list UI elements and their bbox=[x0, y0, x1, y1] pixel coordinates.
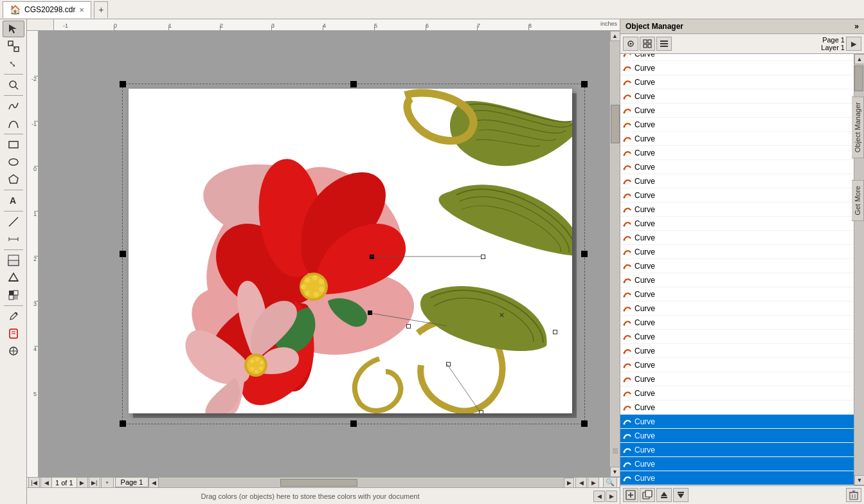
canvas-area[interactable]: ✕ bbox=[39, 31, 609, 477]
tree-item[interactable]: Curve bbox=[620, 61, 854, 75]
tree-item[interactable]: Curve bbox=[620, 104, 854, 118]
panel-expand-icon[interactable]: » bbox=[854, 22, 859, 31]
scroll-track-vertical[interactable] bbox=[611, 41, 620, 467]
panel-scroll-up[interactable]: ▲ bbox=[854, 54, 864, 64]
scroll-down-button[interactable]: ▼ bbox=[610, 467, 620, 477]
handle-middle-right[interactable] bbox=[581, 251, 588, 257]
tree-item[interactable]: Curve bbox=[620, 344, 854, 358]
tree-item[interactable]: Curve bbox=[620, 146, 854, 160]
text-tool[interactable]: A bbox=[3, 192, 24, 209]
tree-item[interactable]: Curve bbox=[620, 302, 854, 316]
tree-item[interactable]: Curve bbox=[620, 245, 854, 259]
tree-item[interactable]: Curve bbox=[620, 203, 854, 217]
tree-item[interactable]: Curve bbox=[620, 273, 854, 287]
tree-item[interactable]: Curve bbox=[620, 330, 854, 344]
tree-item[interactable]: Curve bbox=[620, 316, 854, 330]
zoom-tool[interactable] bbox=[3, 76, 24, 93]
tree-item[interactable]: Curve bbox=[620, 160, 854, 174]
tree-item[interactable]: Curve bbox=[620, 443, 854, 457]
tree-item[interactable]: Curve bbox=[620, 231, 854, 245]
ellipse-tool[interactable] bbox=[3, 154, 24, 170]
new-object-button[interactable] bbox=[623, 488, 638, 502]
handle-bottom-right[interactable] bbox=[581, 420, 588, 427]
scroll-thumb-vertical[interactable] bbox=[611, 105, 620, 143]
scroll-right-button[interactable]: ▶ bbox=[564, 478, 574, 488]
eyedropper-tool[interactable] bbox=[3, 308, 24, 325]
handle-top-middle[interactable] bbox=[350, 81, 357, 87]
handle-bottom-left[interactable] bbox=[120, 420, 126, 427]
prev-page-button[interactable]: ◀ bbox=[40, 477, 52, 489]
layer-visibility-button[interactable] bbox=[623, 37, 638, 51]
bottom-icon[interactable] bbox=[3, 343, 24, 359]
duplicate-object-button[interactable] bbox=[640, 488, 655, 502]
object-manager-side-tab[interactable]: Object Manager bbox=[852, 96, 864, 158]
horizontal-scrollbar[interactable]: ◀ ▶ bbox=[148, 477, 574, 487]
dropper-tool[interactable] bbox=[3, 252, 24, 269]
layer-options-button[interactable] bbox=[656, 37, 672, 51]
page-tab[interactable]: Page 1 bbox=[115, 477, 149, 487]
vertical-scrollbar[interactable]: ▲ ▼ bbox=[609, 31, 620, 477]
tree-label: Curve bbox=[634, 219, 655, 228]
add-page-button[interactable]: + bbox=[101, 477, 114, 489]
tab-close-button[interactable]: ✕ bbox=[79, 6, 84, 14]
layer-edit-button[interactable] bbox=[640, 37, 655, 51]
scroll-up-button[interactable]: ▲ bbox=[610, 31, 620, 41]
handle-top-left[interactable] bbox=[120, 81, 126, 87]
get-more-side-tab[interactable]: Get More bbox=[852, 180, 864, 221]
curve-draw-tool[interactable] bbox=[3, 115, 24, 132]
tree-item[interactable]: Curve bbox=[620, 188, 854, 203]
rectangle-tool[interactable] bbox=[3, 136, 24, 153]
handle-middle-left[interactable] bbox=[120, 251, 126, 257]
scroll-left-button[interactable]: ◀ bbox=[148, 478, 159, 488]
next-page-button[interactable]: ▶ bbox=[76, 477, 88, 489]
last-page-button[interactable]: ▶| bbox=[89, 477, 100, 489]
panel-scroll-thumb[interactable] bbox=[854, 66, 863, 91]
panel-scroll-down[interactable]: ▼ bbox=[854, 475, 864, 485]
curve-icon bbox=[623, 148, 632, 158]
select-tool[interactable] bbox=[3, 21, 24, 37]
tree-item[interactable]: Curve bbox=[620, 401, 854, 415]
tree-item[interactable]: Curve bbox=[620, 89, 854, 104]
nav-left-button[interactable]: ◀ bbox=[575, 477, 587, 489]
panel-arrow-button[interactable]: ▶ bbox=[846, 37, 861, 51]
tree-item[interactable]: Curve bbox=[620, 174, 854, 188]
smart-fill-tool[interactable] bbox=[3, 287, 24, 303]
tree-item[interactable]: Curve bbox=[620, 457, 854, 471]
dimension-tool[interactable] bbox=[3, 231, 24, 248]
line-tool[interactable] bbox=[3, 213, 24, 230]
move-down-button[interactable] bbox=[673, 488, 688, 502]
freehand-tool[interactable] bbox=[3, 98, 24, 114]
handle-top-right[interactable] bbox=[581, 81, 588, 87]
tree-item[interactable]: Curve bbox=[620, 415, 854, 429]
nav-right-button[interactable]: ▶ bbox=[588, 477, 599, 489]
fill-tool[interactable] bbox=[3, 269, 24, 286]
zoom-button[interactable]: 🔍 bbox=[603, 477, 617, 489]
tree-item[interactable]: Curve bbox=[620, 372, 854, 386]
tree-item[interactable]: Curve bbox=[620, 386, 854, 401]
prev-arrow[interactable]: ◀ bbox=[593, 491, 605, 502]
first-page-button[interactable]: |◀ bbox=[28, 477, 40, 489]
tree-item[interactable]: Curve bbox=[620, 287, 854, 302]
tree-item[interactable]: Curve bbox=[620, 132, 854, 146]
tree-item[interactable]: Curve bbox=[620, 54, 854, 61]
scroll-track-horizontal[interactable] bbox=[159, 478, 564, 487]
move-up-button[interactable] bbox=[656, 488, 672, 502]
tree-item[interactable]: Curve bbox=[620, 75, 854, 89]
delete-object-button[interactable] bbox=[846, 488, 861, 502]
tree-item[interactable]: Curve bbox=[620, 358, 854, 372]
tree-label: Curve bbox=[634, 290, 655, 299]
transform-tool[interactable]: ⤡ bbox=[3, 55, 24, 72]
tree-item[interactable]: Curve bbox=[620, 429, 854, 443]
tree-item[interactable]: Curve bbox=[620, 259, 854, 273]
polygon-tool[interactable] bbox=[3, 171, 24, 188]
next-arrow[interactable]: ▶ bbox=[606, 491, 617, 502]
add-tab-button[interactable]: + bbox=[94, 1, 108, 18]
file-tab[interactable]: 🏠 CGS20298.cdr ✕ bbox=[3, 1, 91, 18]
tree-item[interactable]: Curve bbox=[620, 471, 854, 485]
handle-bottom-middle[interactable] bbox=[350, 420, 357, 427]
shape-edit-tool[interactable] bbox=[3, 38, 24, 55]
tree-item[interactable]: Curve bbox=[620, 118, 854, 132]
paint-tool[interactable] bbox=[3, 325, 24, 342]
tree-item[interactable]: Curve bbox=[620, 217, 854, 231]
scroll-thumb-horizontal[interactable] bbox=[280, 479, 357, 487]
